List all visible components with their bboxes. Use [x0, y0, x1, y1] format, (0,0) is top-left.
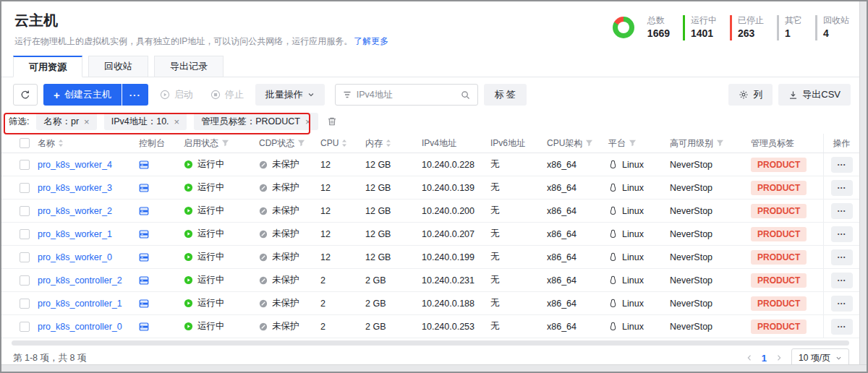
column-header-ipv4[interactable]: IPv4地址 — [422, 137, 490, 150]
next-page-button[interactable] — [774, 353, 784, 363]
row-actions-button[interactable]: ··· — [831, 249, 853, 265]
column-header-ops[interactable]: 操作 — [823, 134, 859, 153]
row-checkbox[interactable] — [20, 275, 30, 286]
cpu-arch-value: x86_64 — [547, 160, 576, 170]
search-input[interactable] — [357, 90, 456, 100]
filter-chip-ipv4[interactable]: IPv4地址：10. × — [104, 113, 187, 130]
tags-button[interactable]: 标签 — [484, 84, 527, 106]
console-icon[interactable] — [139, 322, 149, 332]
column-header-name[interactable]: 名称 — [38, 137, 139, 150]
row-actions-button[interactable]: ··· — [831, 273, 853, 288]
select-all-checkbox[interactable] — [20, 138, 30, 148]
page-number[interactable]: 1 — [762, 353, 767, 364]
host-name-link[interactable]: pro_k8s_worker_1 — [38, 229, 112, 239]
tab-bar: 可用资源 回收站 导出记录 — [1, 55, 859, 77]
console-icon[interactable] — [139, 160, 149, 170]
page-size-select[interactable]: 10 项/页 — [791, 348, 849, 364]
host-name-link[interactable]: pro_k8s_controller_1 — [38, 299, 122, 309]
row-checkbox[interactable] — [20, 160, 30, 170]
sort-icon[interactable] — [58, 139, 64, 147]
clear-filters-button[interactable] — [326, 115, 339, 128]
filter-icon[interactable] — [629, 140, 637, 147]
tab-export-records[interactable]: 导出记录 — [154, 56, 224, 77]
console-icon[interactable] — [139, 252, 149, 262]
batch-actions-button[interactable]: 批量操作 — [255, 84, 325, 106]
tab-available-resources[interactable]: 可用资源 — [13, 56, 82, 77]
host-name-link[interactable]: pro_k8s_controller_2 — [38, 275, 122, 286]
table-footer: 第 1-8 项，共 8 项 1 10 项/页 — [1, 346, 859, 364]
admin-tag-badge: PRODUCT — [751, 181, 807, 195]
filter-icon[interactable] — [716, 140, 724, 147]
stat-running: 运行中 1401 — [683, 15, 717, 40]
row-checkbox[interactable] — [20, 206, 30, 216]
column-header-status[interactable]: 启用状态 — [184, 137, 259, 150]
console-icon[interactable] — [139, 229, 149, 239]
host-name-link[interactable]: pro_k8s_worker_4 — [38, 160, 112, 170]
host-name-link[interactable]: pro_k8s_worker_0 — [38, 252, 112, 262]
start-button[interactable]: 启动 — [154, 84, 199, 106]
unprotected-icon — [259, 184, 268, 192]
column-header-console[interactable]: 控制台 — [139, 137, 184, 150]
console-icon[interactable] — [139, 299, 149, 309]
cdp-status-text: 未保护 — [272, 251, 299, 263]
sort-icon[interactable] — [386, 139, 391, 147]
row-actions-button[interactable]: ··· — [831, 296, 853, 312]
row-actions-button[interactable]: ··· — [831, 226, 853, 242]
ipv4-value: 10.240.0.253 — [422, 322, 475, 332]
horizontal-scrollbar[interactable] — [12, 340, 849, 346]
column-header-ha[interactable]: 高可用级别 — [670, 137, 751, 150]
learn-more-link[interactable]: 了解更多 — [354, 36, 388, 46]
items-summary: 第 1-8 项，共 8 项 — [13, 352, 86, 364]
row-checkbox[interactable] — [20, 299, 30, 309]
filter-type-icon[interactable] — [343, 90, 352, 99]
column-header-tag[interactable]: 管理员标签 — [751, 137, 823, 150]
tab-recycle-bin[interactable]: 回收站 — [88, 56, 148, 77]
row-checkbox[interactable] — [20, 252, 30, 262]
create-more-button[interactable]: ··· — [122, 84, 148, 106]
row-checkbox[interactable] — [20, 183, 30, 193]
row-actions-button[interactable]: ··· — [831, 180, 853, 196]
vertical-scrollbar[interactable] — [859, 1, 867, 372]
host-name-link[interactable]: pro_k8s_controller_0 — [38, 322, 122, 332]
table-row: pro_k8s_controller_1 运行中 未保护 2 2 GB 10.2… — [1, 292, 859, 315]
filter-bar: 筛选: 名称：pr × IPv4地址：10. × 管理员标签：PRODUCT × — [4, 113, 848, 130]
filter-icon[interactable] — [221, 140, 229, 147]
cdp-status-text: 未保护 — [272, 205, 299, 217]
cdp-status-text: 未保护 — [272, 297, 299, 309]
column-header-cdp[interactable]: CDP状态 — [259, 137, 320, 150]
row-actions-button[interactable]: ··· — [831, 319, 853, 335]
search-icon[interactable] — [461, 90, 470, 100]
unprotected-icon — [259, 276, 268, 285]
console-icon[interactable] — [139, 183, 149, 193]
close-icon[interactable]: × — [174, 117, 180, 127]
column-header-cpu[interactable]: CPU — [320, 138, 365, 148]
filter-icon[interactable] — [585, 140, 593, 147]
column-header-mem[interactable]: 内存 — [365, 137, 422, 150]
console-icon[interactable] — [139, 206, 149, 216]
export-csv-button[interactable]: 导出CSV — [778, 84, 851, 106]
row-checkbox[interactable] — [20, 229, 30, 239]
prev-page-button[interactable] — [744, 353, 754, 363]
filter-chip-name[interactable]: 名称：pr × — [36, 113, 96, 130]
column-header-platform[interactable]: 平台 — [608, 137, 670, 150]
refresh-button[interactable] — [13, 84, 38, 106]
column-header-ipv6[interactable]: IPv6地址 — [490, 137, 547, 150]
host-name-link[interactable]: pro_k8s_worker_2 — [38, 206, 112, 216]
column-header-arch[interactable]: CPU架构 — [547, 137, 608, 150]
close-icon[interactable]: × — [84, 117, 90, 127]
stop-button[interactable]: 停止 — [205, 84, 250, 106]
row-actions-button[interactable]: ··· — [831, 157, 853, 173]
host-name-link[interactable]: pro_k8s_worker_3 — [38, 183, 112, 193]
sort-icon[interactable] — [341, 139, 347, 147]
linux-penguin-icon — [608, 275, 618, 285]
create-host-button[interactable]: + 创建云主机 — [43, 84, 122, 106]
console-icon[interactable] — [139, 275, 149, 286]
ipv6-value: 无 — [490, 297, 500, 309]
columns-button[interactable]: 列 — [728, 84, 773, 106]
ha-level-value: NeverStop — [670, 252, 712, 262]
row-checkbox[interactable] — [20, 322, 30, 332]
close-icon[interactable]: × — [305, 117, 311, 127]
filter-icon[interactable] — [297, 140, 305, 147]
row-actions-button[interactable]: ··· — [831, 203, 853, 219]
filter-chip-admin-tag[interactable]: 管理员标签：PRODUCT × — [194, 113, 318, 130]
